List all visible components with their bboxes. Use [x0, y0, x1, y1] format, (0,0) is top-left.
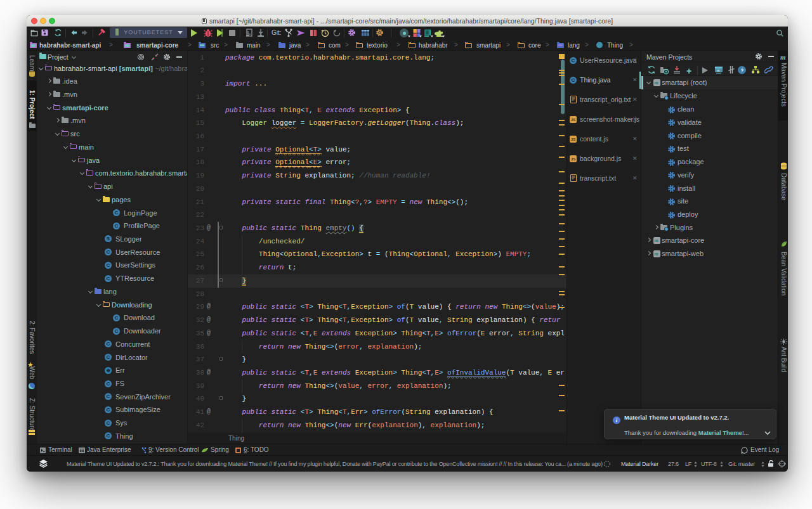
svg-text:m: m	[717, 68, 720, 72]
